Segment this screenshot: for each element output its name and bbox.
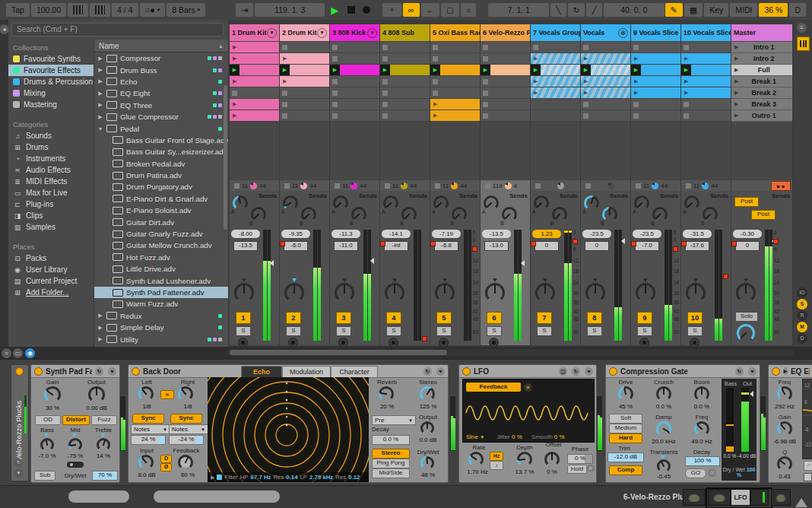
punch-out-button[interactable]: ╱ xyxy=(586,3,601,17)
clip-play-icon[interactable]: ▶ xyxy=(584,56,588,62)
hz-mode-button[interactable]: Hz xyxy=(490,452,503,461)
arm-button[interactable] xyxy=(489,338,499,347)
send-b-knob[interactable] xyxy=(602,207,617,222)
eq-curve-display[interactable]: 12 6 -6 -12 xyxy=(802,379,812,459)
cue-volume-knob[interactable] xyxy=(737,324,755,342)
volume-field[interactable]: -13.0 xyxy=(484,241,509,251)
clip-stop-button[interactable] xyxy=(483,113,488,119)
folder-closed-icon[interactable]: ▶ xyxy=(97,313,103,319)
file-item[interactable]: Bass Guitar Sy...esizerizer.adv xyxy=(94,146,228,157)
save-preset-icon[interactable]: ▼ xyxy=(585,367,593,376)
eq-freq-knob[interactable] xyxy=(777,386,792,402)
clip[interactable]: ▶ xyxy=(531,53,580,65)
clip-stop-slot[interactable] xyxy=(481,87,530,99)
clip-play-icon[interactable]: ▶ xyxy=(584,78,588,84)
clip-stop-button[interactable] xyxy=(583,113,588,119)
clip-stop-slot[interactable] xyxy=(631,110,680,122)
track-activator[interactable]: 1 xyxy=(236,312,251,324)
track-stop-button[interactable] xyxy=(585,183,591,189)
scene-row-6[interactable]: ▶Break 3 xyxy=(731,99,792,110)
send-b-knob[interactable] xyxy=(301,207,316,222)
track-activator[interactable]: 4 xyxy=(386,312,401,324)
folder-item[interactable]: ▶Echo xyxy=(94,76,228,87)
send-b-knob[interactable] xyxy=(251,207,266,222)
jitter-value[interactable]: 0 % xyxy=(512,433,522,440)
output-knob[interactable] xyxy=(88,386,105,403)
clip-stop-button[interactable] xyxy=(332,79,338,84)
clip-stop-button[interactable] xyxy=(684,102,689,107)
stop-all-clips-button[interactable]: ▶■ xyxy=(771,181,791,191)
volume-field[interactable]: -13.5 xyxy=(233,241,258,251)
clip-stop-slot[interactable] xyxy=(531,42,580,53)
automation-arm-button[interactable]: ∞ xyxy=(403,3,420,17)
waveform-select[interactable]: Sine xyxy=(466,433,478,440)
bass-knob[interactable] xyxy=(40,438,54,452)
stereo-mode-button[interactable]: Stereo xyxy=(372,449,410,459)
pan-knob[interactable] xyxy=(234,283,254,303)
clip[interactable]: ▶ xyxy=(581,53,630,65)
clip-playing[interactable]: ▶ xyxy=(481,65,530,76)
fader-handle[interactable] xyxy=(370,258,374,264)
clip-stop-button[interactable] xyxy=(483,102,488,107)
smooth-value[interactable]: 0 % xyxy=(554,433,565,440)
clip-play-icon[interactable]: ▶ xyxy=(233,101,236,107)
computer-midi-keyboard-button[interactable]: ▦ xyxy=(684,3,703,17)
clip-stop-slot[interactable] xyxy=(681,42,731,53)
track-activator[interactable]: 3 xyxy=(336,312,351,324)
scene-play-icon[interactable]: ▶ xyxy=(734,67,738,73)
pedal-title-bar[interactable]: Synth Pad Fatte... ↻▼ xyxy=(31,365,119,378)
scene-row-2[interactable]: ▶Intro 2 xyxy=(731,53,792,65)
clip-play-icon[interactable]: ▶ xyxy=(233,78,236,84)
track-activator[interactable]: 10 xyxy=(687,312,703,324)
clip-stop-slot[interactable] xyxy=(481,76,530,87)
clip-stop-slot[interactable] xyxy=(430,53,480,65)
mid-knob[interactable] xyxy=(68,438,82,452)
re-enable-automation-button[interactable]: ▢ xyxy=(441,3,459,17)
decay-field[interactable]: 100 % xyxy=(685,456,720,466)
tempo-field[interactable]: 100.00 xyxy=(31,3,66,17)
clip-stop-button[interactable] xyxy=(382,45,388,50)
pan-knob[interactable] xyxy=(435,283,455,303)
time-signature-field[interactable]: 4 / 4 xyxy=(112,3,138,17)
volume-field[interactable]: 0 xyxy=(534,241,559,251)
sidebar-item-packs[interactable]: ⊡Packs xyxy=(8,252,94,264)
file-item[interactable]: Synth Lead Lushener.adv xyxy=(94,275,228,286)
clip-stop-slot[interactable] xyxy=(380,87,430,99)
clip-stop-slot[interactable] xyxy=(330,76,379,87)
clip-stop-button[interactable] xyxy=(332,102,338,107)
sidebar-item-instruments[interactable]: ◔Instruments xyxy=(8,153,94,164)
save-preset-icon[interactable]: ▼ xyxy=(108,367,116,376)
expand-icon[interactable]: ▶ xyxy=(783,367,788,375)
search-input[interactable]: Search (Cmd + F) xyxy=(11,23,224,37)
track-stop-button[interactable] xyxy=(284,183,290,189)
clip-stop-slot[interactable] xyxy=(330,87,379,99)
solo-button[interactable]: S xyxy=(336,326,351,336)
mixer-section-toggle-d[interactable]: D xyxy=(797,333,807,344)
unmap-icon[interactable]: ✕ xyxy=(524,383,532,392)
clip[interactable]: ▶ xyxy=(230,110,279,122)
solo-button[interactable]: S xyxy=(637,326,652,336)
track-stop-button[interactable] xyxy=(435,183,440,189)
clip[interactable]: ▶ xyxy=(230,99,279,110)
tab-echo[interactable]: Echo xyxy=(241,366,282,378)
scene-row-5[interactable]: ▶Break 2 xyxy=(731,87,792,99)
file-item[interactable]: Guitar Gnarly Fuzz.adv xyxy=(94,228,228,240)
map-icon[interactable]: ◫ xyxy=(559,367,567,376)
sidebar-item-max-for-live[interactable]: ▭Max for Live xyxy=(8,187,94,198)
eq-gain-knob[interactable] xyxy=(777,421,792,437)
folder-item[interactable]: ▶Simple Delay xyxy=(94,322,228,333)
compgate-drywet[interactable]: Dry / Wet 100 % xyxy=(722,467,756,478)
send-a-knob[interactable] xyxy=(383,195,398,211)
phase-invert-button[interactable]: Ø xyxy=(160,463,172,471)
browser-bottom-icon-2[interactable]: ▭ xyxy=(13,348,23,358)
clip-play-button[interactable]: ▶ xyxy=(481,65,490,75)
echo-filter-bar[interactable]: ▶ FilterHP67.7 Hz Res0.14 LP2.79 kHz Res… xyxy=(208,472,369,482)
boom-knob[interactable] xyxy=(694,386,709,402)
clip[interactable]: ▶ xyxy=(531,87,580,99)
crunch-knob[interactable] xyxy=(656,386,671,402)
echo-left-knob[interactable] xyxy=(138,386,154,402)
loop-length-field[interactable]: 40. 0. 0 xyxy=(604,3,665,17)
offset-left-field[interactable]: 24 % xyxy=(131,435,166,445)
scene-play-icon[interactable]: ▶ xyxy=(734,78,738,84)
notes-left-dropdown[interactable]: Notes▼ xyxy=(131,424,170,434)
